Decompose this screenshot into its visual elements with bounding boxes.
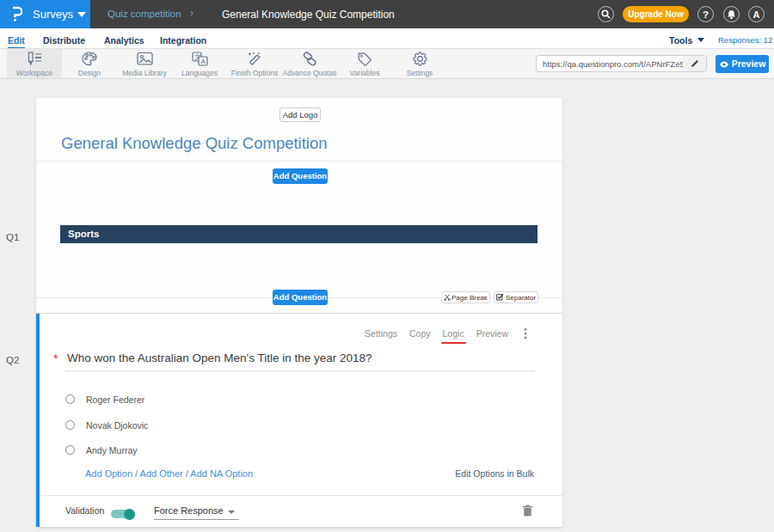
svg-text:A: A	[200, 58, 206, 65]
